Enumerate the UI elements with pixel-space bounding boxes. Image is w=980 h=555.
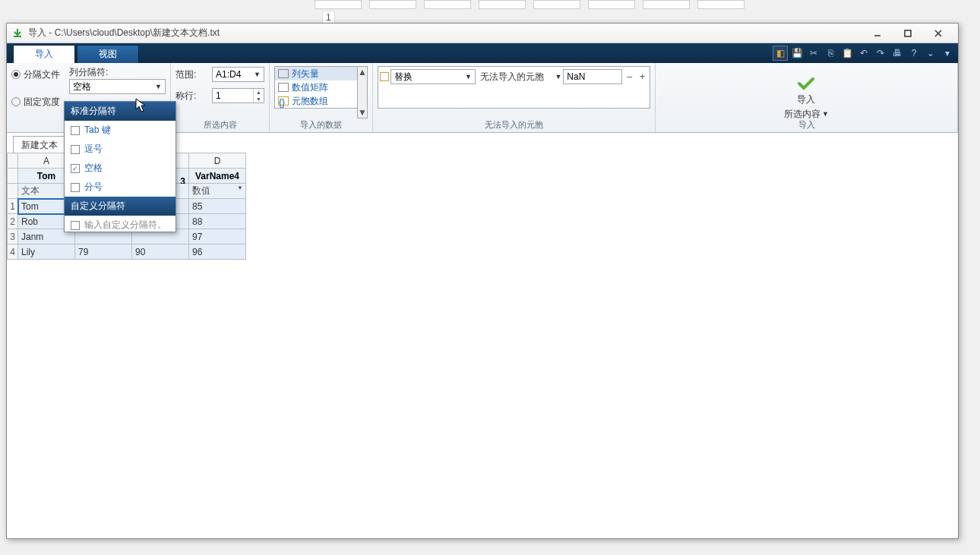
chevron-down-icon: ▼ xyxy=(254,71,261,78)
checkbox-icon xyxy=(71,126,80,135)
rule-add-button[interactable]: + xyxy=(637,71,648,82)
print-icon[interactable]: 🖶 xyxy=(890,46,905,61)
chevron-down-icon[interactable]: ▼ xyxy=(555,73,561,80)
row-header-3[interactable]: 3 xyxy=(8,229,18,244)
numeric-matrix-icon xyxy=(278,83,289,92)
cell-D3[interactable]: 97 xyxy=(189,229,246,244)
ribbon-tabstrip: 导入 视图 ◧ 💾 ✂ ⎘ 📋 ↶ ↷ 🖶 ? ⌄ ▾ xyxy=(7,43,958,63)
ribbon-group-unimportable: 替换▼ 无法导入的元胞 ▼ NaN – + 无法导入的元胞 xyxy=(373,63,656,132)
rule-text: 无法导入的元胞 xyxy=(477,71,547,84)
row-header-4[interactable]: 4 xyxy=(8,244,18,260)
ribbon-group-output-type: 列矢量 数值矩阵 {}元胞数组 ▲▼ 导入的数据 xyxy=(270,63,373,132)
rule-action-dropdown[interactable]: 替换▼ xyxy=(390,69,476,84)
ribbon-group-import: 导入 所选内容▼ 导入 xyxy=(656,63,958,132)
cell-D1[interactable]: 85 xyxy=(189,199,246,214)
minimize-button[interactable] xyxy=(862,24,893,43)
background-tabs xyxy=(315,0,744,9)
column-vectors-icon xyxy=(278,69,289,78)
import-window: 导入 - C:\Users\cloud\Desktop\新建文本文档.txt 导… xyxy=(6,23,959,539)
namerow-input[interactable]: 1 ▲▼ xyxy=(212,88,264,103)
import-button[interactable]: 导入 所选内容▼ xyxy=(784,75,829,121)
cell-C4[interactable]: 90 xyxy=(132,244,189,260)
col-header-D[interactable]: D xyxy=(189,153,246,169)
import-icon xyxy=(11,27,24,39)
output-type-cell-array[interactable]: {}元胞数组 xyxy=(275,94,367,108)
svg-rect-1 xyxy=(905,30,911,36)
chevron-down-icon: ▼ xyxy=(822,110,829,118)
checkbox-icon xyxy=(71,221,80,230)
grid-corner xyxy=(8,153,18,169)
delim-option-space[interactable]: ✓空格 xyxy=(65,159,175,178)
paste-icon[interactable]: 📋 xyxy=(839,46,855,61)
type-D[interactable]: ▼数值▼ xyxy=(189,184,246,199)
copy-icon[interactable]: ⎘ xyxy=(823,46,838,61)
radio-fixedwidth[interactable] xyxy=(11,97,21,106)
checkbox-icon: ✓ xyxy=(71,164,80,173)
tab-import[interactable]: 导入 xyxy=(13,45,75,63)
redo-icon[interactable]: ↷ xyxy=(873,46,888,61)
range-input[interactable]: A1:D4▼ xyxy=(212,67,264,82)
cell-D2[interactable]: 88 xyxy=(189,214,246,229)
rule-remove-button[interactable]: – xyxy=(624,71,635,82)
file-tab[interactable]: 新建文本 xyxy=(13,136,66,154)
rule-icon xyxy=(380,72,389,81)
cell-A4[interactable]: Lily xyxy=(18,244,75,260)
delim-option-semicolon[interactable]: 分号 xyxy=(65,178,175,197)
undo-icon[interactable]: ↶ xyxy=(856,46,871,61)
check-icon xyxy=(795,75,817,92)
group-label-output: 导入的数据 xyxy=(270,119,372,131)
save-icon[interactable]: 💾 xyxy=(789,46,805,61)
minimize-ribbon-icon[interactable]: ⌄ xyxy=(923,46,938,61)
col-delim-label: 列分隔符: xyxy=(69,66,166,79)
col-delim-dropdown[interactable]: 空格 ▼ xyxy=(69,79,166,94)
delim-option-custom-check[interactable]: 输入自定义分隔符。 xyxy=(65,216,175,232)
row-header-2[interactable]: 2 xyxy=(8,214,18,229)
cell-B4[interactable]: 79 xyxy=(75,244,132,260)
cut-icon[interactable]: ✂ xyxy=(806,46,821,61)
close-button[interactable] xyxy=(923,24,953,43)
delim-option-tab[interactable]: Tab 键 xyxy=(65,121,175,140)
radio-delimited[interactable] xyxy=(11,70,21,79)
delimiter-dropdown-menu: 标准分隔符 Tab 键 逗号 ✓空格 分号 自定义分隔符 输入自定义分隔符。 xyxy=(64,101,176,232)
titlebar: 导入 - C:\Users\cloud\Desktop\新建文本文档.txt xyxy=(7,24,958,43)
namerow-label: 称行: xyxy=(175,90,206,102)
cell-D4[interactable]: 96 xyxy=(189,244,246,260)
ribbon-group-selection: 范围: A1:D4▼ 称行: 1 ▲▼ 所选内容 xyxy=(171,63,270,132)
group-label-import: 导入 xyxy=(656,119,957,131)
range-label: 范围: xyxy=(175,68,206,81)
qat-icon-1[interactable]: ◧ xyxy=(773,46,788,61)
output-type-numeric-matrix[interactable]: 数值矩阵 xyxy=(275,80,367,94)
dropdown-header-custom: 自定义分隔符 xyxy=(65,197,175,216)
chevron-down-icon: ▼ xyxy=(155,83,162,90)
group-label-unimportable: 无法导入的元胞 xyxy=(373,119,655,131)
group-label-selection: 所选内容 xyxy=(171,119,269,131)
window-title: 导入 - C:\Users\cloud\Desktop\新建文本文档.txt xyxy=(28,27,220,39)
help-icon[interactable]: ? xyxy=(906,46,922,61)
checkbox-icon xyxy=(71,145,80,154)
checkbox-icon xyxy=(71,183,80,192)
delim-option-comma[interactable]: 逗号 xyxy=(65,140,175,159)
spinner-buttons[interactable]: ▲▼ xyxy=(253,89,264,102)
cell-array-icon: {} xyxy=(278,96,289,106)
radio-delimited-label: 分隔文件 xyxy=(24,68,60,81)
dock-icon[interactable]: ▾ xyxy=(940,46,955,61)
col-delim-value: 空格 xyxy=(73,80,91,93)
radio-fixedwidth-label: 固定宽度 xyxy=(24,96,60,109)
varname-D[interactable]: VarName4 xyxy=(189,169,246,184)
tab-view[interactable]: 视图 xyxy=(77,45,139,63)
dropdown-header-standard: 标准分隔符 xyxy=(65,102,175,121)
maximize-button[interactable] xyxy=(893,24,923,43)
output-type-scrollbar[interactable]: ▲▼ xyxy=(357,66,368,118)
output-type-list[interactable]: 列矢量 数值矩阵 {}元胞数组 xyxy=(274,66,368,109)
rule-value-input[interactable]: NaN xyxy=(563,69,622,84)
row-header-1[interactable]: 1 xyxy=(8,199,18,214)
output-type-column-vectors[interactable]: 列矢量 xyxy=(275,67,367,80)
